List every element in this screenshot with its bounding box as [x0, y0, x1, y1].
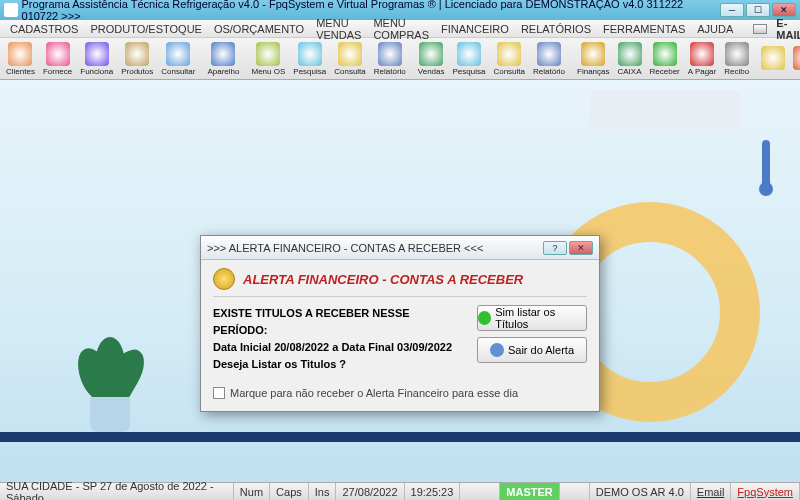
Consultar-icon: [166, 42, 190, 66]
status-indicator2: [560, 483, 590, 500]
toolbar-label: Recibo: [724, 67, 749, 76]
toolbar-caixa[interactable]: CAIXA: [614, 39, 646, 79]
maximize-button[interactable]: ☐: [746, 3, 770, 17]
status-time: 19:25:23: [405, 483, 461, 500]
toolbar-label: Consulta: [334, 67, 366, 76]
Pesquisa-icon: [457, 42, 481, 66]
CAIXA-icon: [618, 42, 642, 66]
toolbar-button[interactable]: [789, 43, 800, 74]
Receber-icon: [653, 42, 677, 66]
status-db: DEMO OS AR 4.0: [590, 483, 691, 500]
toolbar-label: Finanças: [577, 67, 609, 76]
app-icon: [4, 3, 18, 17]
toolbar-label: A Pagar: [688, 67, 716, 76]
email-button[interactable]: E-MAIL: [747, 17, 800, 41]
workspace: >>> ALERTA FINANCEIRO - CONTAS A RECEBER…: [0, 80, 800, 482]
toolbar-label: Pesquisa: [453, 67, 486, 76]
toolbar-recibo[interactable]: Recibo: [720, 39, 753, 79]
floor-graphic: [0, 432, 800, 442]
toolbar-label: CAIXA: [618, 67, 642, 76]
Consulta-icon: [497, 42, 521, 66]
menu-ferramentas[interactable]: FERRAMENTAS: [597, 23, 691, 35]
toolbar-label: Clientes: [6, 67, 35, 76]
dialog-body: ALERTA FINANCEIRO - CONTAS A RECEBER EXI…: [201, 260, 599, 411]
status-indicator: [460, 483, 500, 500]
Clientes-icon: [8, 42, 32, 66]
exit-alert-button[interactable]: Sair do Alerta: [477, 337, 587, 363]
main-toolbar: ClientesForneceFuncionaProdutosConsultar…: [0, 38, 800, 80]
toolbar-funciona[interactable]: Funciona: [76, 39, 117, 79]
toolbar-produtos[interactable]: Produtos: [117, 39, 157, 79]
ac-unit-graphic: [590, 90, 740, 130]
menu-financeiro[interactable]: FINANCEIRO: [435, 23, 515, 35]
Pesquisa-icon: [298, 42, 322, 66]
yes-list-button[interactable]: Sim listar os Títulos: [477, 305, 587, 331]
toolbar-pesquisa[interactable]: Pesquisa: [449, 39, 490, 79]
toolbar-vendas[interactable]: Vendas: [414, 39, 449, 79]
toolbar-label: Relatório: [374, 67, 406, 76]
Vendas-icon: [419, 42, 443, 66]
menu-relatórios[interactable]: RELATÓRIOS: [515, 23, 597, 35]
toolbar-aparelho[interactable]: Aparelho: [203, 39, 243, 79]
status-email[interactable]: Email: [691, 483, 732, 500]
alert-dialog: >>> ALERTA FINANCEIRO - CONTAS A RECEBER…: [200, 235, 600, 412]
toolbar-pesquisa[interactable]: Pesquisa: [289, 39, 330, 79]
toolbar-clientes[interactable]: Clientes: [2, 39, 39, 79]
Funciona-icon: [85, 42, 109, 66]
toolbar-button[interactable]: [757, 43, 789, 74]
dialog-message: EXISTE TITULOS A RECEBER NESSE PERÍODO: …: [213, 305, 467, 373]
toolbar-label: Pesquisa: [293, 67, 326, 76]
toolbar-menu os[interactable]: Menu OS: [248, 39, 290, 79]
exit-button-label: Sair do Alerta: [508, 344, 574, 356]
toolbar-relatório[interactable]: Relatório: [529, 39, 569, 79]
Relatório-icon: [378, 42, 402, 66]
suppress-alert-checkbox[interactable]: [213, 387, 225, 399]
minimize-button[interactable]: ─: [720, 3, 744, 17]
menu-os/orçamento[interactable]: OS/ORÇAMENTO: [208, 23, 310, 35]
toolbar-label: Consulta: [493, 67, 525, 76]
thermometer-graphic: [762, 140, 770, 190]
toolbar-relatório[interactable]: Relatório: [370, 39, 410, 79]
toolbar-receber[interactable]: Receber: [646, 39, 684, 79]
Consulta-icon: [338, 42, 362, 66]
menu-produto/estoque[interactable]: PRODUTO/ESTOQUE: [84, 23, 207, 35]
Menu OS-icon: [256, 42, 280, 66]
toolbar-label: Fornece: [43, 67, 72, 76]
A Pagar-icon: [690, 42, 714, 66]
yes-button-label: Sim listar os Títulos: [495, 306, 586, 330]
close-button[interactable]: ✕: [772, 3, 796, 17]
toolbar-finanças[interactable]: Finanças: [573, 39, 613, 79]
check-icon: [478, 311, 491, 325]
toolbar-consulta[interactable]: Consulta: [330, 39, 370, 79]
toolbar-fornece[interactable]: Fornece: [39, 39, 76, 79]
toolbar-a pagar[interactable]: A Pagar: [684, 39, 720, 79]
coin-icon: [213, 268, 235, 290]
exit-icon: [490, 343, 504, 357]
status-user: MASTER: [500, 483, 559, 500]
Produtos-icon: [125, 42, 149, 66]
status-ins: Ins: [309, 483, 337, 500]
toolbar-label: Vendas: [418, 67, 445, 76]
Finanças-icon: [581, 42, 605, 66]
dialog-title: >>> ALERTA FINANCEIRO - CONTAS A RECEBER…: [207, 242, 483, 254]
menubar: CADASTROSPRODUTO/ESTOQUEOS/ORÇAMENTOMENU…: [0, 20, 800, 38]
menu-menu vendas[interactable]: MENU VENDAS: [310, 17, 367, 41]
Recibo-icon: [725, 42, 749, 66]
status-date: 27/08/2022: [336, 483, 404, 500]
dialog-help-button[interactable]: ?: [543, 241, 567, 255]
dialog-heading: ALERTA FINANCEIRO - CONTAS A RECEBER: [243, 272, 523, 287]
menu-menu compras[interactable]: MENU COMPRAS: [367, 17, 435, 41]
dialog-titlebar: >>> ALERTA FINANCEIRO - CONTAS A RECEBER…: [201, 236, 599, 260]
checkbox-label: Marque para não receber o Alerta Finance…: [230, 387, 518, 399]
menu-ajuda[interactable]: AJUDA: [691, 23, 739, 35]
dialog-close-button[interactable]: ✕: [569, 241, 593, 255]
window-controls: ─ ☐ ✕: [720, 3, 796, 17]
toolbar-label: Receber: [650, 67, 680, 76]
toolbar-consulta[interactable]: Consulta: [489, 39, 529, 79]
menu-cadastros[interactable]: CADASTROS: [4, 23, 84, 35]
toolbar-label: Consultar: [161, 67, 195, 76]
status-brand[interactable]: FpqSystem: [731, 483, 800, 500]
Relatório-icon: [537, 42, 561, 66]
toolbar-consultar[interactable]: Consultar: [157, 39, 199, 79]
status-location: SUA CIDADE - SP 27 de Agosto de 2022 - S…: [0, 483, 234, 500]
